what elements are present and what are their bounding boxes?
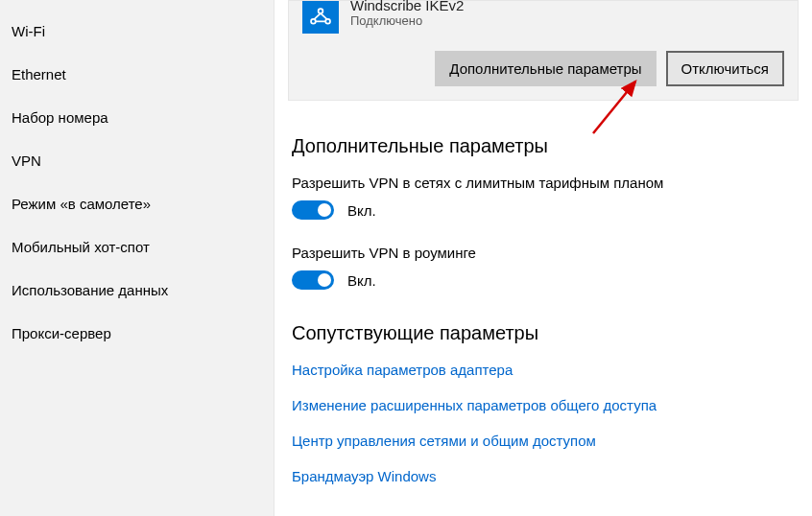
link-network-center[interactable]: Центр управления сетями и общим доступом [292, 433, 795, 449]
sidebar-item-label: Набор номера [12, 109, 108, 126]
sidebar-item-label: Использование данных [12, 282, 168, 298]
link-windows-firewall[interactable]: Брандмауэр Windows [292, 468, 795, 484]
sidebar-item-dialup[interactable]: Набор номера [0, 96, 274, 139]
svg-point-1 [311, 19, 316, 24]
setting-label: Разрешить VPN в сетях с лимитным тарифны… [292, 175, 795, 191]
svg-point-0 [319, 9, 323, 13]
advanced-options-heading: Дополнительные параметры [292, 135, 795, 157]
advanced-options-section: Дополнительные параметры Разрешить VPN в… [275, 135, 812, 290]
disconnect-button[interactable]: Отключиться [666, 51, 784, 86]
link-advanced-sharing[interactable]: Изменение расширенных параметров общего … [292, 397, 795, 413]
vpn-header: Windscribe IKEv2 Подключено [302, 1, 784, 34]
sidebar-item-ethernet[interactable]: Ethernet [0, 53, 274, 96]
vpn-connection-status: Подключено [350, 13, 464, 28]
toggle-vpn-metered[interactable] [292, 200, 334, 220]
svg-point-2 [325, 19, 330, 24]
vpn-actions: Дополнительные параметры Отключиться [302, 51, 784, 86]
sidebar-item-label: Режим «в самолете» [12, 196, 151, 212]
sidebar-item-proxy[interactable]: Прокси-сервер [0, 312, 274, 355]
toggle-vpn-roaming[interactable] [292, 270, 334, 290]
sidebar-item-wifi[interactable]: Wi-Fi [0, 10, 274, 53]
sidebar-item-label: Ethernet [12, 66, 66, 82]
sidebar-item-label: Прокси-сервер [12, 325, 111, 341]
related-settings-heading: Сопутствующие параметры [292, 322, 795, 344]
advanced-options-button[interactable]: Дополнительные параметры [435, 51, 656, 86]
related-settings-section: Сопутствующие параметры Настройка параме… [275, 322, 812, 484]
svg-line-4 [321, 13, 327, 19]
settings-sidebar: Wi-Fi Ethernet Набор номера VPN Режим «в… [0, 0, 275, 516]
setting-vpn-metered: Разрешить VPN в сетях с лимитным тарифны… [292, 175, 795, 220]
sidebar-item-label: VPN [12, 152, 41, 169]
setting-vpn-roaming: Разрешить VPN в роуминге Вкл. [292, 245, 795, 290]
setting-label: Разрешить VPN в роуминге [292, 245, 795, 261]
sidebar-item-data-usage[interactable]: Использование данных [0, 269, 274, 312]
main-panel: Windscribe IKEv2 Подключено Дополнительн… [275, 0, 812, 516]
vpn-connection-name: Windscribe IKEv2 [350, 0, 464, 13]
svg-line-3 [314, 13, 321, 19]
sidebar-item-label: Мобильный хот-спот [12, 239, 150, 255]
sidebar-item-label: Wi-Fi [12, 23, 45, 39]
sidebar-item-vpn[interactable]: VPN [0, 139, 274, 182]
toggle-state-text: Вкл. [347, 272, 376, 289]
toggle-state-text: Вкл. [347, 202, 376, 219]
sidebar-item-hotspot[interactable]: Мобильный хот-спот [0, 225, 274, 269]
vpn-network-icon [302, 1, 339, 34]
sidebar-item-airplane[interactable]: Режим «в самолете» [0, 182, 274, 225]
vpn-connection-card: Windscribe IKEv2 Подключено Дополнительн… [288, 0, 799, 101]
link-adapter-options[interactable]: Настройка параметров адаптера [292, 362, 795, 378]
